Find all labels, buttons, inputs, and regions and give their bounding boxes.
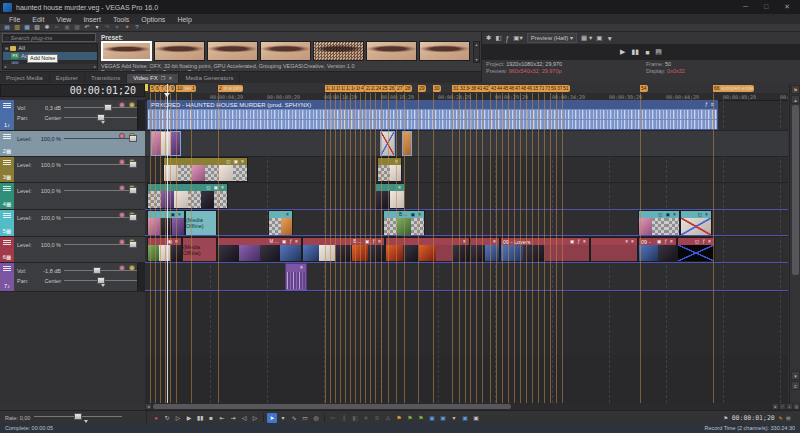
slider-handle[interactable] [129, 161, 137, 168]
track-menu-icon[interactable] [3, 265, 11, 272]
overlays-grid-icon[interactable]: ▦ ▾ [581, 34, 592, 42]
track-slider[interactable] [64, 241, 137, 248]
split-screen-icon[interactable]: ◧ [495, 34, 501, 42]
track-header-2[interactable]: 2▦Level:100,0 % [0, 131, 145, 157]
track-slider[interactable] [64, 161, 137, 168]
video-window-button[interactable]: ▣ [438, 413, 448, 423]
project-properties-icon[interactable]: ✱ [43, 24, 51, 31]
timeline-marker[interactable]: 66komplett ende [713, 85, 754, 92]
slider-handle[interactable] [129, 241, 137, 248]
track-color-bar[interactable]: 4▦ [0, 183, 14, 209]
timeline-marker[interactable]: 28 [404, 85, 412, 92]
track-menu-icon[interactable] [3, 185, 11, 192]
zoom-in-icon[interactable]: + [786, 403, 793, 410]
normal-edit-tool-button[interactable]: ➤ [267, 413, 277, 423]
mixer-window-button[interactable]: ▣ [427, 413, 437, 423]
tab-transitions[interactable]: Transitions [85, 74, 127, 83]
track-color-bar[interactable]: 3▦ [0, 157, 14, 182]
track-7-events-row[interactable]: ≡ [145, 263, 788, 291]
event-icons[interactable]: ▣ ƒ ≡ [657, 239, 674, 244]
tab-media-generators[interactable]: Media Generators [179, 74, 240, 83]
scroll-up-icon[interactable]: ▴ [791, 95, 800, 104]
event-icons[interactable]: ≡ ≡ [625, 239, 635, 244]
track-color-bar[interactable]: 7♪ [0, 263, 14, 291]
minimize-icon[interactable]: ─ [743, 3, 748, 11]
timeline-marker[interactable]: 29 [418, 85, 426, 92]
preset-scrollbar[interactable]: ▴▾ [473, 41, 480, 63]
timeline-event[interactable]: ≡ [268, 210, 293, 236]
whats-this-help-icon[interactable]: ? [133, 24, 141, 31]
track-color-bar[interactable]: 1♪ [0, 100, 14, 130]
previous-frame-button[interactable]: ◁ [239, 413, 249, 423]
track-menu-icon[interactable] [3, 239, 11, 246]
event-icons[interactable]: B… ▣ ƒ ≡ [353, 239, 382, 244]
close-tab-icon[interactable]: ✕ [168, 75, 172, 81]
timeline-marker[interactable]: 27 [396, 85, 404, 92]
track-menu-icon[interactable] [3, 159, 11, 166]
composite-envelope-line[interactable] [145, 235, 788, 236]
expander-icon[interactable]: ⊟ [5, 46, 8, 51]
event-icons[interactable]: ◱ ≡ [698, 212, 709, 217]
preview-loop-button[interactable]: ▤ [655, 48, 662, 56]
zoom-tool-icon[interactable]: ◎ [793, 403, 800, 410]
timeline-horizontal-scrollbar[interactable]: ◂ ▸ − + ◎ [145, 403, 800, 410]
event-icons[interactable]: ≡ [286, 212, 290, 217]
event-icons[interactable]: ◱ ▣ ≡ [206, 185, 225, 190]
timeline-event[interactable]: ▣ ≡ [147, 210, 185, 236]
timeline-marker[interactable]: 2in a pitty [218, 85, 243, 92]
track-2-events-row[interactable] [145, 131, 788, 156]
track-slider[interactable] [64, 267, 137, 274]
rate-slider-handle[interactable] [74, 413, 82, 420]
menu-file[interactable]: File [3, 16, 26, 23]
timeline-marker[interactable]: 51 [562, 85, 570, 92]
project-render-icon[interactable]: ▧ [33, 24, 41, 31]
insert-command-button[interactable]: ⚑ [416, 413, 426, 423]
track-color-bar[interactable]: 5▦ [0, 210, 14, 236]
timeline-marker[interactable]: 42 [482, 85, 490, 92]
timeline-event[interactable]: (Media Offline) [182, 237, 217, 262]
track-slider[interactable] [64, 277, 137, 284]
save-snapshot-icon[interactable]: ▼ [606, 35, 612, 42]
track-4-events-row[interactable]: ◱ ▣ ≡≡ [145, 183, 788, 209]
scroll-left-icon[interactable]: ◂ [145, 403, 152, 410]
undo-dropdown-icon[interactable]: ▾ [93, 24, 101, 31]
preset-thumbnail[interactable] [366, 41, 417, 61]
timeline-marker[interactable]: 30 [433, 85, 441, 92]
tab-explorer[interactable]: Explorer [50, 74, 85, 83]
track-slider[interactable] [64, 187, 137, 194]
track-slider[interactable] [64, 135, 137, 142]
timeline-event[interactable]: ◱ ƒ ≡ [677, 237, 715, 262]
menu-options[interactable]: Options [135, 16, 171, 23]
timeline-event[interactable]: (Media Offline) [185, 210, 217, 236]
preview-settings-icon[interactable]: ✱ [486, 34, 491, 42]
new-project-icon[interactable]: ▤ [3, 24, 11, 31]
save-project-icon[interactable]: ▦ [23, 24, 31, 31]
timeline-marker[interactable]: 10set [176, 85, 192, 92]
track-5-events-row[interactable]: ▣ ≡(Media Offline)≡B… ▣ ≡◱ ▣ ≡◱ ≡ [145, 210, 788, 236]
preview-play-button[interactable]: ▶ [620, 48, 625, 56]
track-header-6[interactable]: 6▦Level:100,0 % [0, 237, 145, 263]
timeline-marker[interactable]: 9 [170, 85, 175, 92]
preset-thumbnail[interactable] [260, 41, 311, 61]
edit-pencil-icon[interactable]: ✎ [779, 414, 783, 421]
plugin-window-button[interactable]: ▣ [471, 413, 481, 423]
event-icons[interactable]: ◱ ƒ ≡ [695, 239, 712, 244]
track-color-bar[interactable]: 2▦ [0, 131, 14, 156]
composite-envelope-line[interactable] [145, 262, 788, 263]
insert-region-button[interactable]: ⚑ [405, 413, 415, 423]
preview-quality-dropdown[interactable]: Preview (Half) ▾ [527, 33, 577, 43]
timeline-events-area[interactable]: 5678910set12in a pitty121819111314164222… [145, 84, 788, 403]
fx-tree[interactable]: ⊟ All FX Add Noise FX Add Noise ◂▸ [2, 43, 98, 70]
slider-handle[interactable] [104, 104, 112, 111]
preset-thumbnail[interactable] [207, 41, 258, 61]
scroll-down-icon[interactable]: ▾ [791, 371, 800, 380]
preset-thumbnail[interactable] [154, 41, 205, 61]
preset-thumbnail[interactable] [101, 41, 152, 61]
track-1-events-row[interactable]: PRXCRED - HAUNTED HOUSE MURDER (prod. SP… [145, 100, 788, 130]
event-icons[interactable]: ◱ ▣ ≡ [226, 159, 245, 164]
play-from-start-button[interactable]: ▷ [173, 413, 183, 423]
timeline-event[interactable]: M… ▣ ƒ ≡ [217, 237, 302, 262]
loop-playback-button[interactable]: ↻ [162, 413, 172, 423]
track-menu-icon[interactable] [3, 133, 11, 140]
slider-handle[interactable] [97, 114, 105, 121]
